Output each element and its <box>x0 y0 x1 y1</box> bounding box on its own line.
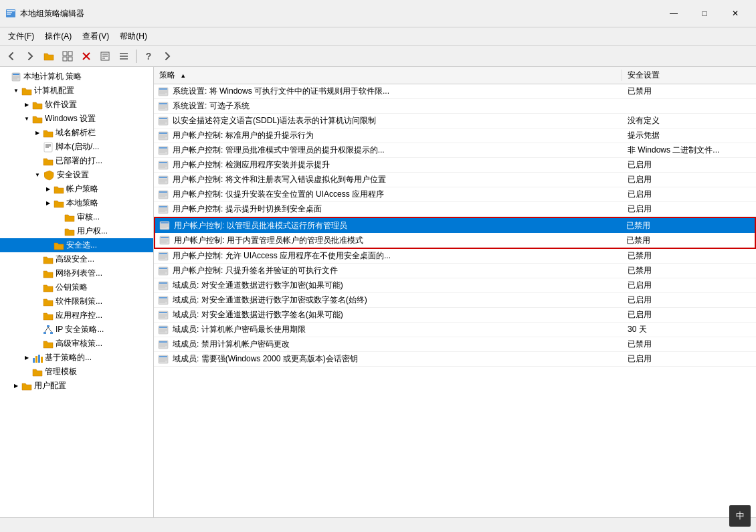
sidebar-label-audit: 审核... <box>77 211 153 223</box>
table-row[interactable]: 用户帐户控制: 用于内置管理员帐户的管理员批准模式已禁用 <box>155 233 755 248</box>
svg-rect-41 <box>159 103 167 104</box>
sidebar-item-advanced-audit[interactable]: 高级审核策... <box>0 337 153 351</box>
column-setting-label: 安全设置 <box>628 70 660 80</box>
table-body: 系统设置: 将 Windows 可执行文件中的证书规则用于软件限...已禁用 系… <box>154 84 756 517</box>
table-row[interactable]: 用户帐户控制: 将文件和注册表写入错误虚拟化到每用户位置已启用 <box>154 173 756 187</box>
table-row[interactable]: 域成员: 对安全通道数据进行数字加密(如果可能)已启用 <box>154 278 756 293</box>
tree-arrow-computer-config: ▼ <box>11 88 21 94</box>
table-row[interactable]: 用户帐户控制: 标准用户的提升提示行为提示凭据 <box>154 128 756 143</box>
table-row[interactable]: 系统设置: 可选子系统 <box>154 99 756 114</box>
sidebar-item-admin-templates[interactable]: 管理模板 <box>0 365 153 379</box>
sidebar-item-deployed[interactable]: 已部署的打... <box>0 154 153 168</box>
tree-arrow-policy-based: ▶ <box>21 355 32 361</box>
table-row[interactable]: 域成员: 禁用计算机帐户密码更改已禁用 <box>154 337 756 352</box>
table-row[interactable]: 用户帐户控制: 检测应用程序安装并提示提升已启用 <box>154 158 756 173</box>
back-button[interactable] <box>3 48 20 64</box>
sidebar-item-security-settings[interactable]: ▼ 安全设置 <box>0 168 153 182</box>
delete-button[interactable] <box>78 48 95 64</box>
table-row[interactable]: 域成员: 对安全通道数据进行数字加密或数字签名(始终)已启用 <box>154 293 756 308</box>
sidebar-item-local-policy[interactable]: 本地计算机 策略 <box>0 70 153 84</box>
sidebar-item-security-opts[interactable]: 安全选... <box>0 238 153 252</box>
column-policy[interactable]: 策略 ▲ <box>154 70 622 81</box>
menu-file[interactable]: 文件(F) <box>3 29 39 44</box>
table-row[interactable]: 域成员: 对安全通道数据进行数字签名(如果可能)已启用 <box>154 308 756 323</box>
row-policy-text: 以安全描述符定义语言(SDDL)语法表示的计算机访问限制 <box>173 114 622 128</box>
sidebar-item-app-control[interactable]: 应用程序控... <box>0 308 153 323</box>
sidebar-item-domain-resolve[interactable]: ▶ 域名解析栏 <box>0 126 153 140</box>
maximize-button[interactable]: □ <box>689 4 720 23</box>
sidebar-item-advanced-security[interactable]: 高级安全... <box>0 252 153 266</box>
row-policy-text: 用户帐户控制: 提示提升时切换到安全桌面 <box>173 202 622 216</box>
row-setting-text: 已启用 <box>622 308 756 322</box>
tree-icon-policy-based <box>32 353 43 363</box>
forward-button[interactable] <box>21 48 39 64</box>
svg-rect-46 <box>159 118 167 119</box>
tree-icon-windows-settings <box>32 114 43 124</box>
sidebar-label-computer-config: 计算机配置 <box>34 85 153 96</box>
sidebar-item-scripts[interactable]: 脚本(启动/... <box>0 140 153 154</box>
table-row[interactable]: 系统设置: 将 Windows 可执行文件中的证书规则用于软件限...已禁用 <box>154 84 756 99</box>
row-icon <box>157 294 170 307</box>
tree-arrow-account-policy: ▶ <box>43 186 54 192</box>
table-row[interactable]: 以安全描述符定义语言(SDDL)语法表示的计算机访问限制没有定义 <box>154 114 756 128</box>
close-button[interactable]: ✕ <box>720 4 751 23</box>
row-icon <box>158 219 171 232</box>
row-setting-text: 30 天 <box>622 323 756 337</box>
ime-indicator[interactable]: 中 <box>729 505 751 527</box>
menu-view[interactable]: 查看(V) <box>77 29 114 44</box>
tree-icon-user-config <box>21 381 32 391</box>
show-button[interactable] <box>59 48 76 64</box>
row-setting-text: 已启用 <box>622 293 756 307</box>
props-button[interactable] <box>96 48 114 64</box>
list-button[interactable] <box>115 48 132 64</box>
menu-help[interactable]: 帮助(H) <box>114 29 153 44</box>
tree-icon-software-settings <box>32 100 43 110</box>
sidebar-item-network-list[interactable]: 网络列表管... <box>0 266 153 280</box>
menu-action[interactable]: 操作(A) <box>39 29 77 44</box>
sidebar-item-computer-config[interactable]: ▼ 计算机配置 <box>0 84 153 98</box>
help-button[interactable]: ? <box>140 48 157 64</box>
table-row[interactable]: 用户帐户控制: 只提升签名并验证的可执行文件已禁用 <box>154 264 756 278</box>
row-icon <box>157 203 170 216</box>
table-row[interactable]: 用户帐户控制: 以管理员批准模式运行所有管理员已禁用 <box>155 218 755 233</box>
sidebar-item-audit[interactable]: 审核... <box>0 210 153 224</box>
minimize-button[interactable]: — <box>658 4 689 23</box>
sidebar-item-software-restrict[interactable]: 软件限制策... <box>0 294 153 308</box>
sidebar-item-account-policy[interactable]: ▶ 帐户策略 <box>0 182 153 196</box>
sidebar-label-domain-resolve: 域名解析栏 <box>56 127 153 139</box>
sidebar-label-policy-based: 基于策略的... <box>45 352 153 363</box>
sidebar-item-user-rights[interactable]: 用户权... <box>0 224 153 238</box>
svg-rect-106 <box>159 297 167 298</box>
tree-icon-local-policy-node <box>54 198 64 209</box>
sidebar-item-windows-settings[interactable]: ▼ Windows 设置 <box>0 112 153 126</box>
table-row[interactable]: 用户帐户控制: 管理员批准模式中管理员的提升权限提示的...非 Windows … <box>154 143 756 158</box>
table-row[interactable]: 域成员: 需要强(Windows 2000 或更高版本)会话密钥已启用 <box>154 352 756 367</box>
sidebar-item-user-config[interactable]: ▶ 用户配置 <box>0 379 153 393</box>
row-setting-text: 已禁用 <box>621 234 755 248</box>
table-row[interactable]: 用户帐户控制: 允许 UIAccess 应用程序在不使用安全桌面的...已禁用 <box>154 249 756 264</box>
sidebar-item-policy-based[interactable]: ▶ 基于策略的... <box>0 351 153 365</box>
sidebar-item-ip-security[interactable]: IP 安全策略... <box>0 323 153 337</box>
sidebar-item-software-settings[interactable]: ▶ 软件设置 <box>0 98 153 112</box>
row-policy-text: 用户帐户控制: 允许 UIAccess 应用程序在不使用安全桌面的... <box>173 249 622 263</box>
sidebar-item-public-key[interactable]: 公钥策略 <box>0 280 153 294</box>
table-row[interactable]: 用户帐户控制: 提示提升时切换到安全桌面已启用 <box>154 202 756 217</box>
table-row[interactable]: 域成员: 计算机帐户密码最长使用期限30 天 <box>154 323 756 337</box>
sidebar-label-windows-settings: Windows 设置 <box>45 113 153 124</box>
folder-button[interactable] <box>40 48 58 64</box>
row-policy-text: 域成员: 对安全通道数据进行数字加密或数字签名(始终) <box>173 293 622 307</box>
row-icon <box>158 234 171 247</box>
column-setting[interactable]: 安全设置 <box>622 70 756 81</box>
sidebar-item-local-policy-node[interactable]: ▶ 本地策略 <box>0 196 153 210</box>
row-policy-text: 域成员: 需要强(Windows 2000 或更高版本)会话密钥 <box>173 352 622 366</box>
tree-arrow-local-policy-node: ▶ <box>43 200 54 206</box>
toolbar: ? <box>0 46 756 67</box>
column-policy-label: 策略 <box>159 70 175 80</box>
more-button[interactable] <box>159 48 176 64</box>
table-row[interactable]: 用户帐户控制: 仅提升安装在安全位置的 UIAccess 应用程序已启用 <box>154 187 756 202</box>
row-icon <box>157 129 170 143</box>
sidebar-label-network-list: 网络列表管... <box>56 268 153 279</box>
tree-icon-audit <box>64 212 75 223</box>
tree-icon-network-list <box>43 268 54 279</box>
tree-icon-security-settings <box>44 170 55 181</box>
